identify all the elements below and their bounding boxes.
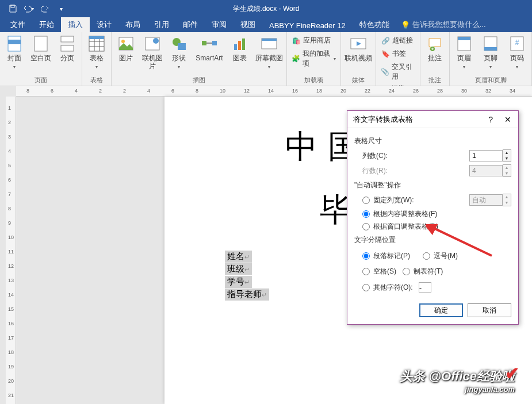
smartart-button[interactable]: SmartArt [193,33,225,62]
dialog-body: 表格尺寸 列数(C): ▲▼ 行数(R): ▲▼ "自动调整"操作 固定列宽(W… [347,128,518,324]
tab-radio[interactable] [403,268,410,275]
svg-rect-5 [61,45,74,51]
qat-customize-button[interactable]: ▾ [53,0,69,17]
rows-spinner: ▲▼ [469,164,511,177]
group-media: 联机视频 媒体 [341,32,376,86]
tab-design[interactable]: 设计 [90,17,118,32]
other-label: 其他字符(O): [373,283,413,293]
group-tables-label: 表格 [85,75,109,86]
selected-text-block: 姓名↵ 班级↵ 学号↵ 指导老师↵ [225,251,269,301]
space-radio[interactable] [362,268,370,275]
horizontal-ruler[interactable]: 8642246810121416182022242628303234 [16,86,532,97]
tab-home[interactable]: 开始 [32,17,61,32]
comment-button[interactable]: 批注 [423,33,447,62]
undo-button[interactable]: ▾ [21,0,37,17]
screenshot-button[interactable]: 屏幕截图▾ [254,33,284,71]
rows-input [469,165,503,176]
other-char-input[interactable] [419,282,431,293]
footer-button[interactable]: 页脚▾ [479,33,503,71]
svg-rect-11 [89,36,104,39]
cols-down[interactable]: ▼ [503,156,511,161]
blank-page-icon [32,34,50,53]
picture-icon [117,34,135,53]
tab-insert[interactable]: 插入 [61,17,90,32]
page-break-icon [58,34,76,53]
save-button[interactable] [5,0,21,17]
table-size-label: 表格尺寸 [354,136,511,146]
tab-label: 制表符(T) [414,267,443,276]
cols-input[interactable] [469,150,503,161]
fit-content-radio[interactable] [362,210,370,218]
field-class: 班级↵ [225,263,252,275]
other-radio[interactable] [362,284,370,291]
para-radio[interactable] [362,252,370,260]
fit-content-label: 根据内容调整表格(F) [373,209,437,219]
fixed-width-radio[interactable] [362,197,370,204]
fixed-width-input [469,194,503,206]
cancel-button[interactable]: 取消 [468,303,511,317]
my-addins-button[interactable]: 🧩我的加载项 ▾ [289,48,338,70]
table-button[interactable]: 表格▾ [85,33,109,71]
store-button[interactable]: 🛍️应用商店 [289,34,338,47]
watermark: 头条 @Office经验啦 jingyanla.com [400,368,515,394]
window-title: 学生成绩.docx - Word [233,4,300,14]
comment-icon [426,34,444,53]
tab-mailings[interactable]: 邮件 [176,17,205,32]
group-links: 🔗超链接 🔖书签 📎交叉引用 链接 [376,32,420,86]
chart-icon [231,34,249,53]
cols-spinner[interactable]: ▲▼ [469,149,511,162]
ok-button[interactable]: 确定 [419,303,463,317]
tab-view[interactable]: 视图 [234,17,262,32]
fit-window-radio[interactable] [362,223,370,230]
convert-text-to-table-dialog: 将文字转换成表格 ? ✕ 表格尺寸 列数(C): ▲▼ 行数(R): ▲▼ "自… [347,110,519,325]
svg-point-13 [121,40,125,43]
watermark-sub: jingyanla.com [400,385,515,394]
blank-page-button[interactable]: 空白页 [29,33,53,62]
cover-page-icon [5,34,24,53]
fixed-width-spinner: ▲▼ [469,194,511,206]
svg-rect-0 [11,5,14,7]
tell-me-search[interactable]: 💡 告诉我您想要做什么... [396,17,491,32]
dialog-help-button[interactable]: ? [485,114,496,125]
tab-review[interactable]: 审阅 [205,17,234,32]
tab-layout[interactable]: 布局 [118,17,147,32]
separator-label: 文字分隔位置 [354,235,511,245]
autofit-label: "自动调整"操作 [354,180,511,190]
crossref-button[interactable]: 📎交叉引用 [378,61,418,83]
addins-icon: 🧩 [292,54,300,63]
pictures-button[interactable]: 图片 [114,33,138,62]
cover-page-button[interactable]: 封面▾ [2,33,26,71]
comma-radio[interactable] [423,252,430,260]
group-addins: 🛍️应用商店 🧩我的加载项 ▾ 加载项 [287,32,341,86]
header-icon [455,34,473,53]
vertical-ruler[interactable]: 12345678910111213141516171819202122 [6,97,16,404]
svg-rect-21 [238,41,241,50]
online-pictures-button[interactable]: 联机图片 [140,33,164,70]
comma-label: 逗号(M) [434,251,458,261]
tab-references[interactable]: 引用 [147,17,176,32]
tab-file[interactable]: 文件 [3,17,32,32]
redo-button[interactable] [37,0,53,17]
smartart-icon [200,34,219,53]
svg-rect-19 [212,41,217,45]
watermark-main: 头条 @Office经验啦 [400,368,515,385]
pagenum-button[interactable]: #页码▾ [505,33,529,71]
header-button[interactable]: 页眉▾ [452,33,476,71]
quick-access-toolbar: ▾ ▾ [0,0,69,17]
shapes-button[interactable]: 形状▾ [167,33,191,71]
page-break-button[interactable]: 分页 [55,33,79,62]
online-video-button[interactable]: 联机视频 [343,33,373,62]
svg-rect-22 [242,39,245,50]
bookmark-button[interactable]: 🔖书签 [378,48,418,60]
group-pages-label: 页面 [2,75,79,86]
dialog-titlebar[interactable]: 将文字转换成表格 ? ✕ [347,111,518,128]
link-icon: 🔗 [381,36,390,45]
tab-special[interactable]: 特色功能 [353,17,396,32]
fixed-width-label: 固定列宽(W): [373,195,466,205]
svg-rect-2 [8,40,21,44]
cols-up[interactable]: ▲ [503,150,511,156]
dialog-close-button[interactable]: ✕ [501,114,515,125]
chart-button[interactable]: 图表 [228,33,252,62]
hyperlink-button[interactable]: 🔗超链接 [378,34,418,47]
tab-abbyy[interactable]: ABBYY FineReader 12 [262,19,353,32]
